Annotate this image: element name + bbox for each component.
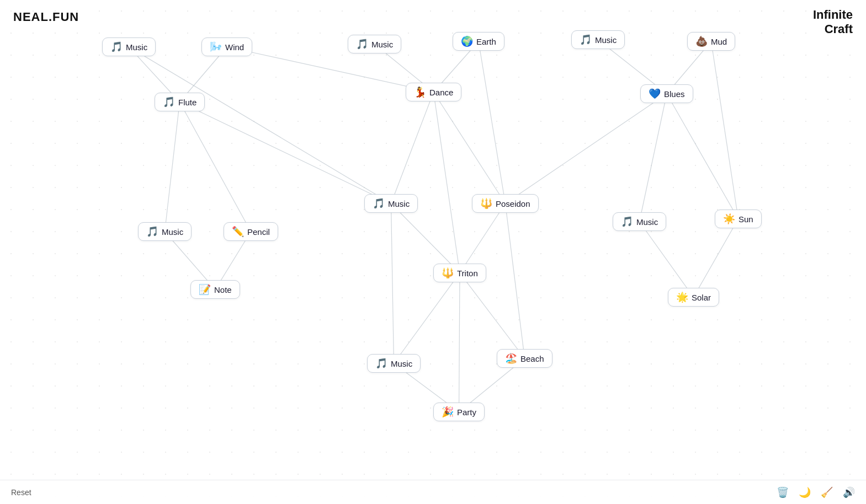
node-music3[interactable]: 🎵Music [571, 30, 625, 49]
node-beach[interactable]: 🏖️Beach [497, 349, 552, 368]
node-label-beach: Beach [520, 354, 544, 363]
node-emoji-pencil: ✏️ [232, 227, 244, 237]
svg-line-25 [711, 41, 739, 219]
node-emoji-music2: 🎵 [356, 39, 368, 49]
node-emoji-music5: 🎵 [373, 199, 385, 208]
node-wind[interactable]: 🌬️Wind [201, 37, 252, 56]
connection-lines [0, 0, 866, 504]
node-label-blues: Blues [664, 89, 685, 99]
svg-line-18 [394, 273, 460, 363]
svg-line-16 [640, 222, 694, 297]
node-sun[interactable]: ☀️Sun [715, 210, 762, 228]
node-emoji-note: 📝 [199, 285, 211, 294]
node-emoji-triton: 🔱 [442, 268, 454, 278]
bottom-bar: Reset 🗑️ 🌙 🧹 🔊 [0, 480, 866, 504]
trash-icon[interactable]: 🗑️ [777, 486, 789, 498]
node-label-triton: Triton [457, 269, 478, 278]
eraser-icon[interactable]: 🧹 [821, 486, 833, 498]
node-earth[interactable]: 🌍Earth [453, 32, 504, 51]
node-label-solar: Solar [692, 293, 711, 302]
node-emoji-wind: 🌬️ [210, 42, 222, 52]
svg-line-24 [479, 41, 506, 203]
svg-line-17 [694, 219, 739, 297]
node-label-poseidon: Poseidon [496, 199, 530, 208]
node-label-party: Party [457, 408, 476, 417]
node-emoji-music6: 🎵 [621, 217, 633, 227]
svg-line-8 [391, 92, 434, 203]
svg-line-28 [506, 94, 667, 203]
node-emoji-earth: 🌍 [461, 36, 473, 46]
node-emoji-dance: 💃 [414, 87, 426, 97]
node-label-flute: Flute [178, 98, 196, 107]
node-emoji-music4: 🎵 [146, 227, 158, 237]
sound-icon[interactable]: 🔊 [843, 486, 855, 498]
node-label-sun: Sun [739, 215, 753, 224]
node-music2[interactable]: 🎵Music [348, 35, 401, 53]
svg-line-11 [667, 94, 739, 219]
node-label-music4: Music [162, 227, 183, 237]
node-mud[interactable]: 💩Mud [687, 32, 735, 51]
node-emoji-poseidon: 🔱 [480, 199, 492, 208]
svg-line-26 [180, 102, 391, 203]
node-party[interactable]: 🎉Party [433, 403, 485, 421]
svg-line-19 [460, 273, 525, 358]
node-label-earth: Earth [476, 37, 496, 46]
node-poseidon[interactable]: 🔱Poseidon [472, 194, 539, 213]
node-flute[interactable]: 🎵Flute [155, 93, 205, 111]
node-solar[interactable]: 🌟Solar [668, 288, 719, 307]
node-label-music7: Music [391, 359, 412, 368]
svg-line-14 [391, 203, 460, 273]
node-emoji-music1: 🎵 [110, 42, 123, 52]
node-note[interactable]: 📝Note [190, 280, 240, 299]
node-emoji-mud: 💩 [695, 36, 708, 46]
node-emoji-beach: 🏖️ [505, 353, 517, 363]
node-music5[interactable]: 🎵Music [364, 194, 418, 213]
node-triton[interactable]: 🔱Triton [433, 264, 486, 282]
node-label-mud: Mud [711, 37, 727, 46]
node-label-wind: Wind [225, 42, 244, 52]
node-blues[interactable]: 💙Blues [640, 84, 693, 103]
node-label-note: Note [214, 285, 232, 294]
logo-right: Infinite Craft [813, 8, 853, 37]
node-label-music6: Music [636, 217, 658, 227]
logo-left: NEAL.FUN [13, 10, 79, 24]
svg-line-9 [434, 92, 506, 203]
node-dance[interactable]: 💃Dance [406, 83, 461, 101]
node-emoji-music7: 🎵 [375, 358, 387, 368]
node-emoji-party: 🎉 [442, 407, 454, 417]
node-emoji-music3: 🎵 [580, 35, 592, 45]
svg-line-23 [227, 47, 434, 92]
node-label-music1: Music [126, 42, 147, 52]
node-label-dance: Dance [429, 88, 453, 97]
node-emoji-sun: ☀️ [723, 214, 735, 224]
node-label-music2: Music [371, 40, 393, 49]
svg-line-29 [506, 203, 525, 358]
svg-line-15 [460, 203, 506, 273]
moon-icon[interactable]: 🌙 [799, 486, 811, 498]
node-emoji-flute: 🎵 [163, 97, 175, 107]
svg-line-30 [391, 203, 394, 363]
node-music7[interactable]: 🎵Music [367, 354, 421, 373]
node-music6[interactable]: 🎵Music [613, 212, 666, 231]
node-label-pencil: Pencil [247, 227, 270, 237]
svg-line-7 [180, 102, 251, 232]
svg-line-6 [165, 102, 180, 232]
node-label-music5: Music [388, 199, 410, 208]
svg-line-10 [640, 94, 667, 222]
node-emoji-solar: 🌟 [676, 292, 688, 302]
svg-line-31 [459, 273, 460, 412]
svg-line-27 [434, 92, 460, 273]
reset-button[interactable]: Reset [11, 488, 31, 497]
node-emoji-blues: 💙 [649, 89, 661, 99]
svg-line-22 [129, 47, 391, 203]
node-music4[interactable]: 🎵Music [138, 222, 192, 241]
node-pencil[interactable]: ✏️Pencil [224, 222, 278, 241]
bottom-icons: 🗑️ 🌙 🧹 🔊 [777, 486, 855, 498]
node-music1[interactable]: 🎵Music [102, 37, 156, 56]
node-label-music3: Music [595, 35, 617, 45]
